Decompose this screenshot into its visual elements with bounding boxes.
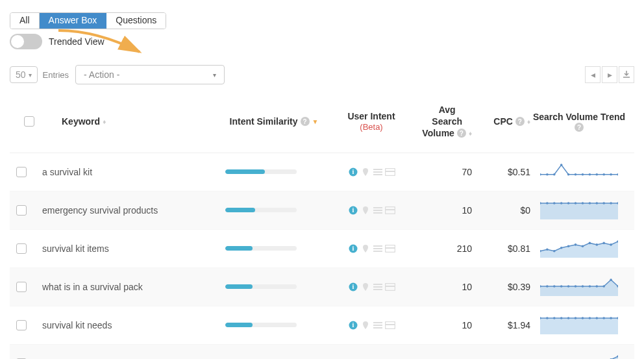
- avg-cell: 10: [414, 320, 472, 330]
- user-intent-cell: i: [329, 244, 414, 253]
- table-row: a survival kit i 70 $0.51: [10, 153, 634, 192]
- svg-point-9: [553, 173, 556, 175]
- list-icon: [373, 167, 383, 177]
- keyword-cell[interactable]: what is in a survival pack: [42, 282, 219, 292]
- tab-all[interactable]: All: [10, 13, 40, 29]
- pagination-controls: ◂ ▸: [585, 66, 634, 83]
- svg-rect-6: [385, 171, 395, 172]
- row-select: [16, 205, 42, 216]
- action-select[interactable]: - Action - ▾: [75, 65, 225, 84]
- svg-point-16: [602, 173, 605, 175]
- info-icon[interactable]: i: [348, 282, 358, 291]
- next-page-button[interactable]: ▸: [602, 66, 617, 83]
- intent-bar: [225, 284, 297, 289]
- svg-point-27: [546, 202, 549, 204]
- avg-l2: Search: [432, 116, 462, 127]
- sparkline-chart: [540, 354, 618, 359]
- row-select: [16, 320, 42, 330]
- svg-point-93: [610, 317, 612, 319]
- svg-point-49: [567, 245, 570, 247]
- svg-point-10: [560, 164, 563, 166]
- user-intent-cell: i: [329, 321, 414, 330]
- row-checkbox[interactable]: [16, 243, 27, 254]
- help-icon: ?: [301, 117, 310, 126]
- cpc-cell: $1.94: [472, 320, 530, 330]
- avg-cell: 70: [414, 167, 472, 177]
- svg-point-7: [540, 173, 541, 175]
- svg-point-88: [575, 317, 577, 319]
- svg-rect-2: [373, 169, 382, 170]
- help-icon: ?: [515, 117, 525, 126]
- svg-point-69: [575, 285, 577, 288]
- svg-text:i: i: [352, 283, 354, 290]
- info-icon[interactable]: i: [348, 321, 358, 330]
- keyword-cell[interactable]: survival kit needs: [42, 320, 219, 330]
- table-header: Keyword♦ Intent Similarity?▼ User Intent…: [10, 91, 634, 153]
- table-row: survival kit items i 210 $0.81: [10, 230, 634, 268]
- svt-header: Search Volume Trend: [533, 111, 625, 123]
- cpc-header: CPC: [493, 116, 513, 127]
- tab-questions[interactable]: Questions: [106, 13, 166, 29]
- svg-point-90: [589, 317, 591, 319]
- svg-point-74: [610, 279, 612, 281]
- keyword-cell[interactable]: emergency survival products: [42, 205, 219, 216]
- row-checkbox[interactable]: [16, 282, 27, 292]
- keyword-cell[interactable]: survival kit items: [42, 243, 219, 254]
- sort-desc-icon: ▼: [312, 118, 319, 125]
- svg-point-67: [560, 285, 563, 288]
- card-icon: [385, 321, 395, 330]
- avg-cell: 10: [414, 282, 472, 292]
- keyword-cell[interactable]: a survival kit: [42, 167, 219, 177]
- action-placeholder: - Action -: [84, 69, 119, 80]
- row-select: [16, 167, 42, 177]
- chevron-left-icon: ◂: [591, 69, 595, 80]
- select-all-checkbox[interactable]: [24, 116, 34, 127]
- col-keyword[interactable]: Keyword♦: [42, 116, 219, 127]
- user-intent-cell: i: [329, 282, 414, 291]
- card-icon: [385, 244, 395, 253]
- trended-toggle-row: Trended View: [10, 34, 105, 49]
- info-icon[interactable]: i: [348, 244, 358, 253]
- svg-point-31: [575, 202, 577, 204]
- pin-icon: [360, 282, 371, 291]
- svg-rect-21: [373, 207, 382, 208]
- sort-icon: ♦: [103, 118, 106, 125]
- intent-cell: [219, 169, 329, 174]
- row-checkbox[interactable]: [16, 205, 27, 216]
- svg-point-68: [567, 285, 570, 288]
- svg-point-11: [567, 173, 570, 175]
- row-checkbox[interactable]: [16, 320, 27, 330]
- svg-point-46: [546, 248, 549, 251]
- svg-point-36: [610, 202, 612, 204]
- download-button[interactable]: [619, 66, 634, 83]
- col-cpc[interactable]: CPC?♦: [472, 116, 530, 127]
- svg-point-71: [589, 285, 591, 288]
- trend-cell: [530, 239, 628, 258]
- svg-point-17: [610, 173, 612, 175]
- user-intent-cell: i: [329, 206, 414, 215]
- svg-rect-79: [373, 325, 382, 326]
- intent-sim-header: Intent Similarity: [230, 116, 298, 127]
- prev-page-button[interactable]: ◂: [585, 66, 601, 83]
- svg-rect-22: [373, 210, 382, 211]
- list-icon: [373, 282, 383, 291]
- svg-point-29: [560, 202, 563, 204]
- filter-tabs: All Answer Box Questions: [10, 12, 166, 29]
- svg-point-32: [582, 202, 584, 204]
- col-select-all: [16, 116, 42, 127]
- chevron-down-icon: ▾: [213, 71, 216, 79]
- beta-badge: (Beta): [360, 122, 382, 133]
- svg-rect-40: [373, 245, 382, 247]
- tab-answer-box[interactable]: Answer Box: [40, 13, 107, 29]
- svg-point-34: [596, 202, 599, 204]
- col-avg-search-volume[interactable]: Avg Search Volume?♦: [414, 104, 472, 140]
- info-icon[interactable]: i: [348, 206, 358, 215]
- trended-view-toggle[interactable]: [10, 34, 42, 49]
- sort-icon: ♦: [469, 129, 472, 138]
- info-icon[interactable]: i: [348, 167, 358, 177]
- entries-select[interactable]: 50 ▾: [10, 66, 38, 83]
- list-icon: [373, 206, 383, 215]
- col-intent-similarity[interactable]: Intent Similarity?▼: [219, 116, 329, 127]
- svg-rect-80: [373, 327, 382, 328]
- row-checkbox[interactable]: [16, 167, 27, 177]
